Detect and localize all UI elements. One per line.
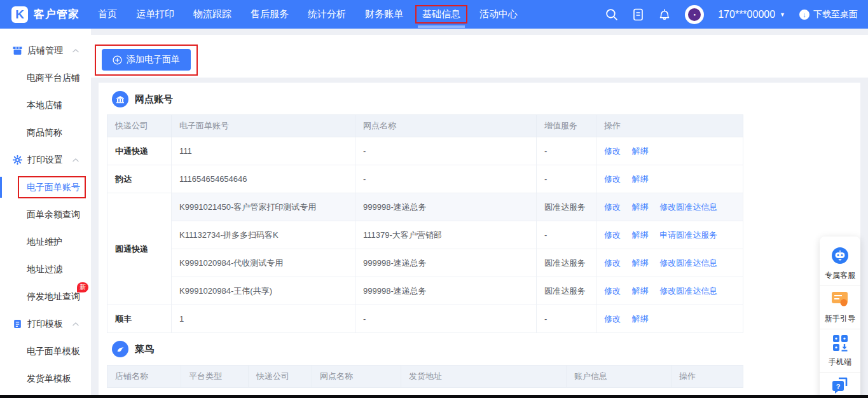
col-ewaybill-account: 电子面单账号 [172, 115, 355, 137]
action-unbind[interactable]: 解绑 [632, 146, 649, 156]
guide-icon [830, 290, 850, 309]
annotation-red-box-button: 添加电子面单 [95, 45, 198, 76]
download-to-desktop-button[interactable]: ↓ 下载至桌面 [799, 9, 858, 20]
col-operations: 操作 [672, 366, 743, 388]
nav-item-after-sales[interactable]: 售后服务 [244, 5, 296, 24]
nav-item-home[interactable]: 首页 [91, 5, 124, 24]
sidebar-group-print-settings[interactable]: 打印设置 [0, 146, 91, 174]
mobile-app-button[interactable]: 手机端 [820, 329, 860, 372]
action-modify-yzd-info[interactable]: 修改圆准达信息 [659, 202, 717, 212]
user-account-dropdown[interactable]: 170***00000 ▼ [718, 9, 785, 20]
sidebar-item-product-abbreviation[interactable]: 商品简称 [0, 119, 91, 146]
sidebar-group-print-templates[interactable]: 打印模板 [0, 310, 91, 338]
nav-item-waybill-print[interactable]: 运单打印 [129, 5, 181, 24]
new-badge: 新 [77, 282, 88, 292]
main-content: 添加电子面单 网点账号 快递公司 电子面单账号 网点名称 增值服务 操作 [91, 29, 868, 398]
action-modify[interactable]: 修改 [604, 314, 621, 324]
cainiao-table: 店铺名称 平台类型 快递公司 网点名称 发货地址 账户信息 操作 [107, 365, 743, 388]
outlet-account-section-header: 网点账号 [112, 91, 860, 107]
sidebar-item-ewaybill-account-active[interactable]: 电子面单账号 [0, 174, 91, 201]
col-shop-name: 店铺名称 [107, 366, 181, 388]
search-icon[interactable] [605, 8, 618, 21]
beginner-guide-button[interactable]: 新手引导 [820, 285, 860, 329]
gear-icon [13, 155, 22, 165]
action-modify[interactable]: 修改 [604, 230, 621, 240]
add-ewaybill-button[interactable]: 添加电子面单 [102, 49, 191, 71]
col-account-info: 账户信息 [567, 366, 672, 388]
sidebar-group-shop-management[interactable]: 店铺管理 [0, 37, 91, 64]
action-modify[interactable]: 修改 [604, 286, 621, 296]
cainiao-section-header: 菜鸟 [112, 341, 860, 357]
action-modify[interactable]: 修改 [604, 202, 621, 212]
chevron-down-icon: ▼ [780, 11, 785, 18]
col-platform-type: 平台类型 [181, 366, 249, 388]
sidebar-item-shipping-list-template[interactable]: 发货单模板 [0, 365, 91, 392]
customer-service-icon [830, 245, 850, 266]
col-outlet-name: 网点名称 [312, 366, 401, 388]
table-row-yto-4: K9991020984-王伟(共享) 999998-速递总务 圆准达服务 修改 … [107, 277, 743, 305]
avatar[interactable]: ● [685, 5, 704, 24]
sidebar-item-suspended-address-query[interactable]: 停发地址查询 新 [0, 283, 91, 310]
sidebar-item-local-shops[interactable]: 本地店铺 [0, 92, 91, 119]
sidebar: 店铺管理 电商平台店铺 本地店铺 商品简称 打印设置 电子面单账号 面单余额查询… [0, 29, 91, 398]
table-row-yunda: 韵达 111654654654646 - - 修改 解绑 [107, 165, 743, 193]
action-modify[interactable]: 修改 [604, 146, 621, 156]
sidebar-item-ecommerce-platform-shops[interactable]: 电商平台店铺 [0, 64, 91, 92]
action-modify[interactable]: 修改 [604, 258, 621, 268]
add-ewaybill-label: 添加电子面单 [127, 54, 180, 65]
action-unbind[interactable]: 解绑 [632, 314, 649, 324]
sidebar-item-ewaybill-template[interactable]: 电子面单模板 [0, 338, 91, 365]
table-row-yto-2: K11132734-拼多多扫码客K 111379-大客户营销部 - 修改 解绑 … [107, 221, 743, 249]
nav-item-finance-bills[interactable]: 财务账单 [358, 5, 410, 24]
action-unbind[interactable]: 解绑 [632, 230, 649, 240]
sidebar-item-address-maintenance[interactable]: 地址维护 [0, 228, 91, 256]
action-modify[interactable]: 修改 [604, 174, 621, 184]
action-unbind[interactable]: 解绑 [632, 202, 649, 212]
table-row-sf: 顺丰 1 - - 修改 解绑 [107, 305, 743, 333]
user-phone-text: 170***00000 [718, 9, 775, 20]
building-icon [112, 91, 128, 107]
table-row-yto-1: 圆通快递 K9991021450-客户管家打印测试专用 999998-速递总务 … [107, 193, 743, 221]
outlet-section-title: 网点账号 [135, 93, 173, 106]
table-header-row: 店铺名称 平台类型 快递公司 网点名称 发货地址 账户信息 操作 [107, 366, 743, 388]
chevron-up-icon [72, 322, 79, 327]
question-chat-icon: ? [830, 376, 850, 395]
qr-download-icon [830, 333, 850, 352]
col-courier-company: 快递公司 [249, 366, 312, 388]
action-unbind[interactable]: 解绑 [632, 174, 649, 184]
floating-help-panel: 专属客服 新手引导 手机端 ? IT支持 [820, 237, 860, 398]
nav-item-statistics[interactable]: 统计分析 [301, 5, 353, 24]
content-card: 网点账号 快递公司 电子面单账号 网点名称 增值服务 操作 中通快递 111 -… [99, 83, 860, 395]
notification-bell-icon[interactable] [658, 8, 671, 21]
action-unbind[interactable]: 解绑 [632, 286, 649, 296]
sidebar-item-waybill-balance-query[interactable]: 面单余额查询 [0, 201, 91, 228]
col-outlet-name: 网点名称 [355, 115, 537, 137]
action-apply-yzd-service[interactable]: 申请圆准达服务 [659, 230, 717, 240]
cainiao-section-title: 菜鸟 [135, 343, 154, 355]
avatar-logo: ● [688, 8, 701, 21]
nav-item-logistics-tracking[interactable]: 物流跟踪 [186, 5, 238, 24]
action-modify-yzd-info[interactable]: 修改圆准达信息 [659, 258, 717, 268]
table-header-row: 快递公司 电子面单账号 网点名称 增值服务 操作 [107, 115, 743, 137]
plus-circle-icon [113, 55, 122, 65]
action-unbind[interactable]: 解绑 [632, 258, 649, 268]
screenshot-bottom-edge [0, 395, 868, 398]
nav-item-activity-center[interactable]: 活动中心 [472, 5, 525, 24]
table-row-yto-3: K9991020984-代收测试专用 999998-速递总务 圆准达服务 修改 … [107, 249, 743, 277]
action-modify-yzd-info[interactable]: 修改圆准达信息 [659, 286, 717, 296]
sidebar-item-address-filter[interactable]: 地址过滤 [0, 256, 91, 283]
logo-k-icon: K [11, 6, 28, 23]
app-title: 客户管家 [34, 7, 79, 22]
download-icon: ↓ [799, 10, 809, 20]
nav-item-basic-info-active[interactable]: 基础信息 [415, 5, 467, 24]
col-courier-company: 快递公司 [107, 115, 172, 137]
table-row-zto: 中通快递 111 - - 修改 解绑 [107, 137, 743, 165]
document-icon[interactable] [632, 8, 644, 21]
it-support-button[interactable]: ? IT支持 [820, 372, 860, 398]
col-value-added-service: 增值服务 [537, 115, 596, 137]
dedicated-support-button[interactable]: 专属客服 [820, 242, 860, 285]
template-icon [13, 319, 22, 329]
app-logo[interactable]: K 客户管家 [11, 6, 79, 23]
outlet-account-table: 快递公司 电子面单账号 网点名称 增值服务 操作 中通快递 111 - - 修改… [107, 114, 743, 333]
bird-icon [112, 341, 128, 357]
